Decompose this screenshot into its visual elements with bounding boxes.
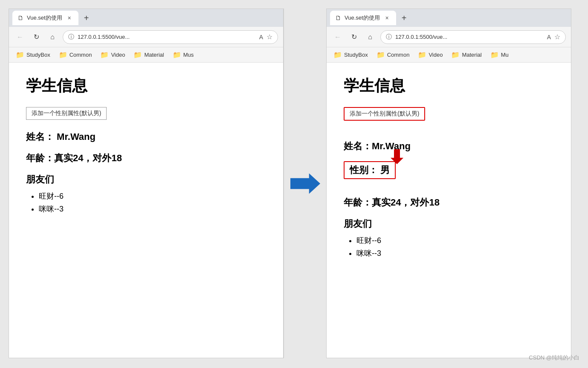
left-home-button[interactable]: ⌂ bbox=[46, 31, 58, 43]
left-new-tab-button[interactable]: + bbox=[80, 12, 93, 24]
left-bookmark-common[interactable]: 📁 Common bbox=[55, 49, 96, 61]
right-bookmark-mu-label: Mu bbox=[501, 52, 509, 58]
left-tab-bar: 🗋 Vue.set的使用 × + bbox=[9, 9, 283, 27]
left-url-box[interactable]: ⓘ 127.0.0.1:5500/vue... A ☆ bbox=[63, 30, 278, 44]
left-url-read-icon: A bbox=[259, 34, 263, 41]
right-url-text: 127.0.0.1:5500/vue... bbox=[395, 34, 544, 40]
right-address-bar: ← ↻ ⌂ ⓘ 127.0.0.1:5500/vue... A ☆ bbox=[327, 27, 571, 47]
right-tab-item[interactable]: 🗋 Vue.set的使用 × bbox=[330, 11, 396, 25]
left-bookmarks-bar: 📁 StudyBox 📁 Common 📁 Video 📁 Material 📁… bbox=[9, 47, 283, 63]
left-folder-icon-studybox: 📁 bbox=[16, 51, 24, 59]
right-add-button[interactable]: 添加一个性别属性(默认男) bbox=[344, 107, 425, 121]
left-friend-item-2: 咪咪--3 bbox=[39, 204, 266, 214]
right-browser: 🗋 Vue.set的使用 × + ← ↻ ⌂ ⓘ 127.0.0.1:5500/… bbox=[326, 9, 571, 358]
right-folder-icon-material: 📁 bbox=[451, 51, 460, 59]
right-friends-list: 旺财--6 咪咪--3 bbox=[356, 235, 554, 258]
right-friends-title: 朋友们 bbox=[344, 217, 554, 230]
red-down-arrow-icon bbox=[391, 149, 403, 164]
left-friends-list: 旺财--6 咪咪--3 bbox=[39, 191, 266, 214]
right-bookmark-studybox-label: StudyBox bbox=[344, 52, 368, 58]
left-bookmark-material[interactable]: 📁 Material bbox=[130, 49, 167, 61]
right-arrow-icon bbox=[290, 172, 320, 195]
left-bookmark-video[interactable]: 📁 Video bbox=[97, 49, 128, 61]
right-url-box[interactable]: ⓘ 127.0.0.1:5500/vue... A ☆ bbox=[380, 30, 566, 44]
left-bookmark-material-label: Material bbox=[144, 52, 164, 58]
svg-marker-0 bbox=[290, 173, 320, 194]
left-url-text: 127.0.0.1:5500/vue... bbox=[78, 34, 256, 40]
right-bookmark-studybox[interactable]: 📁 StudyBox bbox=[330, 49, 371, 61]
left-back-button[interactable]: ← bbox=[14, 31, 26, 43]
watermark: CSDN @纯纯的小白 bbox=[529, 354, 579, 362]
svg-marker-1 bbox=[391, 149, 403, 164]
left-folder-icon-common: 📁 bbox=[59, 51, 67, 59]
right-gender-wrapper: 性别： 男 bbox=[344, 161, 554, 188]
right-bookmark-video-label: Video bbox=[429, 52, 443, 58]
right-home-button[interactable]: ⌂ bbox=[364, 31, 376, 43]
right-url-info-icon: ⓘ bbox=[386, 33, 392, 41]
left-bookmark-mus[interactable]: 📁 Mus bbox=[169, 49, 197, 61]
left-bookmark-video-label: Video bbox=[111, 52, 125, 58]
left-bookmark-studybox[interactable]: 📁 StudyBox bbox=[12, 49, 54, 61]
left-add-button[interactable]: 添加一个性别属性(默认男) bbox=[26, 107, 266, 130]
left-folder-icon-mus: 📁 bbox=[173, 51, 181, 59]
left-address-bar: ← ↻ ⌂ ⓘ 127.0.0.1:5500/vue... A ☆ bbox=[9, 27, 283, 47]
right-back-button[interactable]: ← bbox=[332, 31, 344, 43]
right-bookmark-video[interactable]: 📁 Video bbox=[414, 49, 446, 61]
right-add-button-wrapper: 添加一个性别属性(默认男) bbox=[344, 107, 554, 131]
right-name-section: 姓名：Mr.Wang bbox=[344, 140, 554, 153]
left-url-info-icon: ⓘ bbox=[68, 33, 74, 41]
right-bookmark-common-label: Common bbox=[387, 52, 410, 58]
right-folder-icon-video: 📁 bbox=[418, 51, 426, 59]
right-tab-close[interactable]: × bbox=[383, 14, 391, 22]
right-bookmark-common[interactable]: 📁 Common bbox=[373, 49, 413, 61]
right-folder-icon-common: 📁 bbox=[377, 51, 385, 59]
left-friend-item-1: 旺财--6 bbox=[39, 191, 266, 201]
right-page-title: 学生信息 bbox=[344, 75, 554, 96]
right-page-content: 学生信息 添加一个性别属性(默认男) 姓名：Mr.Wang 性别： 男 年龄：真… bbox=[327, 63, 571, 358]
right-bookmarks-bar: 📁 StudyBox 📁 Common 📁 Video 📁 Material 📁… bbox=[327, 47, 571, 63]
left-tab-page-icon: 🗋 bbox=[17, 14, 23, 21]
left-tab-item[interactable]: 🗋 Vue.set的使用 × bbox=[12, 11, 78, 25]
left-tab-label: Vue.set的使用 bbox=[27, 14, 62, 22]
right-url-star-icon[interactable]: ☆ bbox=[554, 33, 560, 41]
left-browser: 🗋 Vue.set的使用 × + ← ↻ ⌂ ⓘ 127.0.0.1:5500/… bbox=[9, 9, 284, 358]
right-new-tab-button[interactable]: + bbox=[398, 12, 411, 24]
left-bookmark-studybox-label: StudyBox bbox=[26, 52, 50, 58]
left-bookmark-common-label: Common bbox=[70, 52, 92, 58]
right-gender-line: 性别： 男 bbox=[344, 161, 396, 179]
left-name-line: 姓名： Mr.Wang bbox=[26, 130, 266, 143]
right-folder-icon-mu: 📁 bbox=[490, 51, 499, 59]
right-friend-item-2: 咪咪--3 bbox=[356, 248, 554, 258]
right-bookmark-mu[interactable]: 📁 Mu bbox=[487, 49, 512, 61]
right-bookmark-material-label: Material bbox=[462, 52, 481, 58]
left-folder-icon-material: 📁 bbox=[133, 51, 142, 59]
right-url-read-icon: A bbox=[547, 34, 551, 41]
left-tab-close[interactable]: × bbox=[66, 14, 73, 22]
left-folder-icon-video: 📁 bbox=[100, 51, 109, 59]
left-bookmark-mus-label: Mus bbox=[183, 52, 194, 58]
left-page-title: 学生信息 bbox=[26, 75, 266, 96]
right-name-line: 姓名：Mr.Wang bbox=[344, 140, 554, 153]
right-bookmark-material[interactable]: 📁 Material bbox=[448, 49, 485, 61]
left-refresh-button[interactable]: ↻ bbox=[30, 31, 42, 43]
right-age-line: 年龄：真实24，对外18 bbox=[344, 196, 554, 209]
right-refresh-button[interactable]: ↻ bbox=[348, 31, 360, 43]
left-url-star-icon[interactable]: ☆ bbox=[266, 33, 272, 41]
left-page-content: 学生信息 添加一个性别属性(默认男) 姓名： Mr.Wang 年龄：真实24，对… bbox=[9, 63, 283, 358]
direction-arrow-container bbox=[284, 9, 326, 358]
right-tab-label: Vue.set的使用 bbox=[345, 14, 380, 22]
left-age-line: 年龄：真实24，对外18 bbox=[26, 152, 266, 165]
right-tab-page-icon: 🗋 bbox=[335, 14, 341, 21]
right-tab-bar: 🗋 Vue.set的使用 × + bbox=[327, 9, 571, 27]
right-folder-icon-studybox: 📁 bbox=[333, 51, 342, 59]
left-friends-title: 朋友们 bbox=[26, 173, 266, 186]
right-friend-item-1: 旺财--6 bbox=[356, 235, 554, 246]
